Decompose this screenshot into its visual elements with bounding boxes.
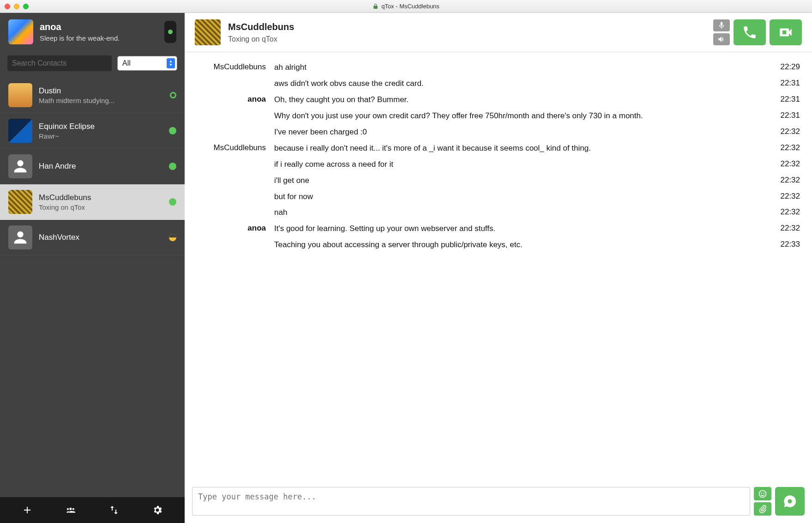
mute-speaker-button[interactable] — [713, 33, 730, 45]
contact-avatar — [8, 225, 32, 249]
contact-avatar — [8, 119, 32, 143]
presence-indicator-icon — [169, 234, 176, 241]
message-text: Teaching you about accessing a server th… — [274, 240, 760, 250]
maximize-window-button[interactable] — [23, 4, 29, 9]
presence-indicator-icon — [170, 92, 176, 98]
contact-name: MsCuddlebuns — [39, 193, 162, 202]
chat-contact-avatar[interactable] — [195, 19, 221, 45]
message-row: i'll get one22:32 — [197, 173, 800, 189]
contact-item[interactable]: Han Andre — [0, 149, 185, 184]
profile-name: anoa — [40, 22, 158, 32]
message-row: I've never been charged :022:32 — [197, 124, 800, 140]
search-contacts-input[interactable] — [7, 55, 112, 71]
chat-panel: MsCuddlebuns Toxing on qTox — [185, 13, 812, 523]
message-time: 22:29 — [769, 62, 800, 72]
message-input[interactable] — [192, 487, 750, 516]
presence-indicator-icon — [169, 127, 176, 134]
send-button[interactable] — [775, 487, 805, 516]
message-text: aws didn't work obvs cause the credit ca… — [274, 79, 760, 89]
contact-avatar — [8, 190, 32, 214]
message-time: 22:31 — [769, 111, 800, 120]
message-time: 22:32 — [769, 192, 800, 201]
message-time: 22:32 — [769, 159, 800, 169]
contact-status: Rawr~ — [39, 132, 162, 140]
updown-arrows-icon: ▲▼ — [167, 58, 175, 68]
message-sender: anoa — [197, 224, 266, 233]
message-time: 22:32 — [769, 143, 800, 152]
profile-section[interactable]: anoa Sleep is for the weak-end. — [0, 13, 185, 51]
contacts-list[interactable]: DustinMath midterm studying...Equinox Ec… — [0, 78, 185, 497]
contact-avatar — [8, 154, 32, 178]
contact-status: Math midterm studying... — [39, 97, 163, 104]
messages-area[interactable]: MsCuddlebunsah alright22:29aws didn't wo… — [185, 52, 812, 481]
message-text: Oh, they caught you on that? Bummer. — [274, 95, 760, 105]
message-row: Teaching you about accessing a server th… — [197, 237, 800, 253]
contact-item[interactable]: Equinox EclipseRawr~ — [0, 113, 185, 149]
profile-presence-button[interactable] — [164, 21, 176, 43]
message-row: nah22:32 — [197, 205, 800, 221]
message-time: 22:31 — [769, 79, 800, 88]
voice-call-button[interactable] — [734, 19, 766, 45]
window-title: qTox - MsCuddlebuns — [381, 3, 439, 10]
attach-file-button[interactable] — [754, 502, 771, 516]
message-row: MsCuddlebunsbecause i really don't need … — [197, 140, 800, 157]
message-row: Why don't you just use your own credit c… — [197, 108, 800, 124]
sidebar: anoa Sleep is for the weak-end. All ▲▼ D… — [0, 13, 185, 523]
add-friend-button[interactable] — [19, 502, 36, 518]
settings-button[interactable] — [149, 502, 166, 518]
video-call-button[interactable] — [770, 19, 802, 45]
contact-item[interactable]: MsCuddlebunsToxing on qTox — [0, 184, 185, 220]
window-titlebar: qTox - MsCuddlebuns — [0, 0, 812, 13]
online-dot-icon — [168, 30, 173, 34]
chat-header: MsCuddlebuns Toxing on qTox — [185, 13, 812, 52]
message-row: if i really come across a need for it22:… — [197, 157, 800, 173]
message-row: anoaIt's good for learning. Setting up y… — [197, 221, 800, 237]
file-transfers-button[interactable] — [106, 502, 122, 518]
filter-selected-value: All — [122, 59, 131, 67]
contact-item[interactable]: NashVortex — [0, 220, 185, 255]
message-text: i'll get one — [274, 176, 760, 186]
message-time: 22:32 — [769, 176, 800, 185]
message-time: 22:32 — [769, 224, 800, 233]
message-row: anoaOh, they caught you on that? Bummer.… — [197, 92, 800, 108]
message-text: but for now — [274, 192, 760, 202]
contact-avatar — [8, 83, 32, 107]
profile-avatar[interactable] — [8, 19, 33, 44]
svg-point-2 — [761, 493, 762, 493]
minimize-window-button[interactable] — [14, 4, 19, 9]
message-time: 22:32 — [769, 207, 800, 217]
emoji-button[interactable] — [754, 487, 771, 500]
close-window-button[interactable] — [5, 4, 10, 9]
contact-item[interactable]: DustinMath midterm studying... — [0, 78, 185, 113]
message-text: Why don't you just use your own credit c… — [274, 111, 760, 122]
message-time: 22:31 — [769, 95, 800, 104]
message-row: but for now22:32 — [197, 189, 800, 205]
message-sender: anoa — [197, 95, 266, 104]
mute-mic-button[interactable] — [713, 19, 730, 31]
message-row: MsCuddlebunsah alright22:29 — [197, 60, 800, 76]
sidebar-toolbar — [0, 497, 185, 523]
svg-point-3 — [763, 493, 764, 493]
message-sender: MsCuddlebuns — [197, 143, 266, 152]
svg-point-4 — [788, 499, 792, 503]
message-text: if i really come across a need for it — [274, 159, 760, 170]
svg-point-1 — [759, 490, 766, 497]
contact-name: Han Andre — [39, 162, 162, 171]
compose-area — [185, 481, 812, 523]
contact-name: Equinox Eclipse — [39, 122, 162, 131]
profile-status: Sleep is for the weak-end. — [40, 34, 158, 42]
contact-status: Toxing on qTox — [39, 203, 162, 211]
message-text: ah alright — [274, 62, 760, 73]
message-text: because i really don't need it... it's m… — [274, 143, 760, 154]
message-text: It's good for learning. Setting up your … — [274, 224, 760, 234]
message-sender: MsCuddlebuns — [197, 62, 266, 72]
chat-contact-name: MsCuddlebuns — [228, 22, 706, 32]
contacts-filter-select[interactable]: All ▲▼ — [117, 56, 177, 71]
lock-icon — [373, 3, 379, 9]
presence-indicator-icon — [169, 163, 176, 170]
contact-name: Dustin — [39, 86, 163, 96]
message-text: I've never been charged :0 — [274, 127, 760, 138]
chat-contact-status: Toxing on qTox — [228, 35, 706, 43]
svg-rect-0 — [782, 30, 787, 35]
group-chat-button[interactable] — [62, 502, 79, 518]
